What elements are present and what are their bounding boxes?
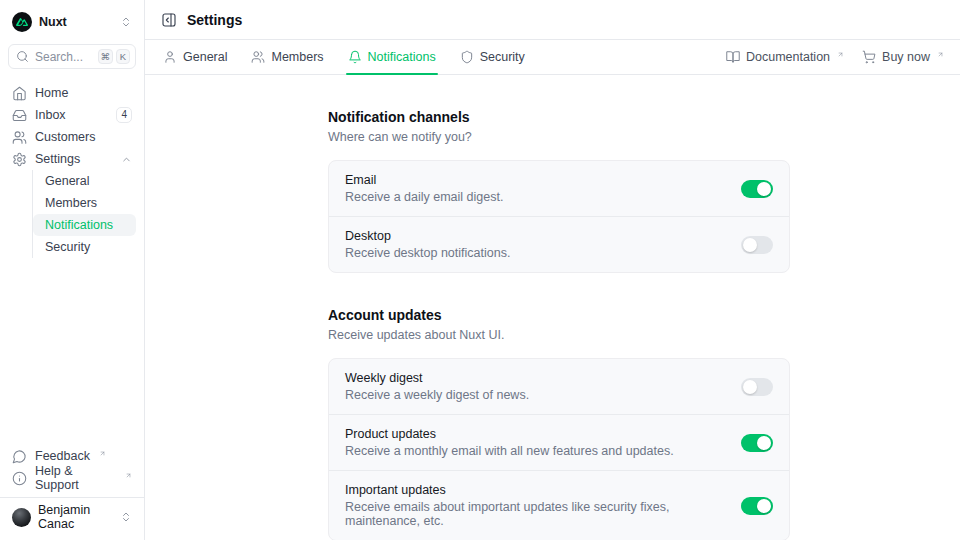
sidebar-item-label: Security [45,240,90,254]
toggle-knob [743,238,757,252]
link-label: Buy now [882,50,930,64]
important-updates-toggle[interactable] [741,497,773,515]
kbd-k: K [116,49,130,64]
toggle-knob [757,436,771,450]
nuxt-logo-icon [12,12,32,32]
user-section: Benjamin Canac [0,497,144,532]
link-label: Documentation [746,50,830,64]
toggle-knob [743,380,757,394]
sidebar-footer: Feedback Help & Support Benjamin Canac [8,445,136,532]
tab-label: General [183,50,227,64]
setting-row-important-updates: Important updates Receive emails about i… [329,470,789,540]
sidebar-item-home[interactable]: Home [8,82,136,104]
external-link-icon [99,450,106,457]
external-link-icon [937,51,944,58]
settings-content: Notification channels Where can we notif… [145,75,960,540]
settings-card: Weekly digest Receive a weekly digest of… [328,358,790,540]
search-input[interactable]: Search... ⌘ K [8,44,136,69]
notification-channels-section: Notification channels Where can we notif… [328,109,790,273]
page-header: Settings [145,0,960,40]
sidebar-item-label: General [45,174,89,188]
app-window: Nuxt Search... ⌘ K Home [0,0,960,540]
weekly-digest-toggle[interactable] [741,378,773,396]
setting-description: Receive desktop notifications. [345,246,725,260]
setting-text: Desktop Receive desktop notifications. [345,229,725,260]
setting-row-desktop: Desktop Receive desktop notifications. [329,216,789,272]
tab-general[interactable]: General [161,40,229,74]
book-icon [726,50,740,64]
documentation-link[interactable]: Documentation [726,50,844,64]
search-icon [16,50,29,63]
sidebar-item-help-support[interactable]: Help & Support [8,467,136,489]
tab-members[interactable]: Members [249,40,325,74]
inbox-icon [12,108,27,123]
setting-text: Product updates Receive a monthly email … [345,427,725,458]
setting-label: Important updates [345,483,725,497]
setting-row-weekly-digest: Weekly digest Receive a weekly digest of… [329,359,789,414]
collapse-sidebar-icon[interactable] [161,12,177,28]
toggle-knob [757,182,771,196]
setting-label: Product updates [345,427,725,441]
workspace-name: Nuxt [39,15,113,29]
setting-text: Weekly digest Receive a weekly digest of… [345,371,725,402]
sidebar-item-general[interactable]: General [33,170,136,192]
tabs: General Members Notifications [161,40,527,74]
setting-label: Desktop [345,229,725,243]
sidebar-item-security[interactable]: Security [33,236,136,258]
email-toggle[interactable] [741,180,773,198]
sidebar-item-label: Help & Support [35,464,116,492]
setting-text: Important updates Receive emails about i… [345,483,725,528]
section-title: Account updates [328,307,790,323]
message-bubble-icon [12,449,27,464]
workspace-switcher[interactable]: Nuxt [8,8,136,36]
home-icon [12,86,27,101]
tab-bar: General Members Notifications [145,40,960,75]
setting-description: Receive a daily email digest. [345,190,725,204]
sidebar-item-notifications[interactable]: Notifications [33,214,136,236]
product-updates-toggle[interactable] [741,434,773,452]
tab-label: Members [271,50,323,64]
buy-now-link[interactable]: Buy now [862,50,944,64]
section-title: Notification channels [328,109,790,125]
toggle-knob [757,499,771,513]
desktop-toggle[interactable] [741,236,773,254]
settings-subnav: General Members Notifications Security [32,170,136,258]
sidebar-item-members[interactable]: Members [33,192,136,214]
chevron-up-down-icon [120,511,132,523]
section-subtitle: Where can we notify you? [328,130,790,144]
search-placeholder: Search... [35,50,92,64]
user-icon [163,50,177,64]
sidebar-item-label: Settings [35,152,113,166]
search-shortcut: ⌘ K [98,49,131,64]
sidebar: Nuxt Search... ⌘ K Home [0,0,145,540]
users-icon [251,50,265,64]
setting-label: Email [345,173,725,187]
setting-description: Receive a monthly email with all new fea… [345,444,725,458]
sidebar-item-inbox[interactable]: Inbox 4 [8,104,136,126]
tab-label: Notifications [368,50,436,64]
setting-row-product-updates: Product updates Receive a monthly email … [329,414,789,470]
info-circle-icon [12,471,27,486]
users-icon [12,130,27,145]
account-updates-section: Account updates Receive updates about Nu… [328,307,790,540]
user-menu[interactable]: Benjamin Canac [12,504,132,530]
sidebar-item-label: Members [45,196,97,210]
bell-icon [348,50,362,64]
cart-icon [862,50,876,64]
main-panel: Settings General Members [145,0,960,540]
sidebar-item-customers[interactable]: Customers [8,126,136,148]
chevron-up-down-icon [120,16,132,28]
avatar [12,508,31,527]
page-title: Settings [187,12,242,28]
tab-security[interactable]: Security [458,40,527,74]
setting-description: Receive emails about important updates l… [345,500,725,528]
tab-notifications[interactable]: Notifications [346,40,438,74]
header-links: Documentation Buy now [726,40,944,74]
shield-icon [460,50,474,64]
settings-card: Email Receive a daily email digest. Desk… [328,160,790,273]
setting-text: Email Receive a daily email digest. [345,173,725,204]
external-link-icon [125,472,132,479]
section-subtitle: Receive updates about Nuxt UI. [328,328,790,342]
sidebar-item-settings[interactable]: Settings [8,148,136,170]
kbd-cmd: ⌘ [98,49,114,64]
